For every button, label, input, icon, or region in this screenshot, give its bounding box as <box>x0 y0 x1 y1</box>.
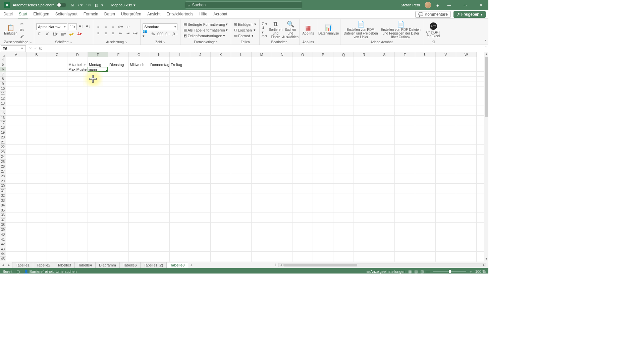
italic-icon[interactable]: K <box>44 31 50 37</box>
share-button[interactable]: ↗ Freigeben ▾ <box>453 11 486 18</box>
sheet-tab[interactable]: Tabelle6 <box>119 262 141 268</box>
zoom-in-icon[interactable]: ＋ <box>469 269 473 274</box>
page-break-view-icon[interactable]: ▥ <box>420 269 424 274</box>
row-header[interactable]: 35 <box>0 208 6 213</box>
thousands-icon[interactable]: 000 <box>157 31 163 37</box>
row-header[interactable]: 14 <box>0 106 6 111</box>
row-header[interactable]: 38 <box>0 223 6 228</box>
close-button[interactable]: ✕ <box>476 3 487 7</box>
cell-value[interactable]: Dienstag <box>109 62 124 67</box>
select-all-button[interactable] <box>0 52 6 57</box>
scroll-down-icon[interactable]: ▼ <box>484 257 488 262</box>
row-header[interactable]: 8 <box>0 77 6 82</box>
row-header[interactable]: 15 <box>0 111 6 116</box>
column-header[interactable]: P <box>313 52 333 57</box>
scroll-right-icon[interactable]: ▸ <box>482 263 486 266</box>
row-header[interactable]: 43 <box>0 247 6 252</box>
copy-icon[interactable]: ⧉▾ <box>19 27 25 33</box>
row-header[interactable]: 16 <box>0 116 6 121</box>
ribbon-tab-daten[interactable]: Daten <box>104 10 116 18</box>
row-header[interactable]: 18 <box>0 125 6 130</box>
comments-button[interactable]: 💬 Kommentare <box>415 11 451 18</box>
column-header[interactable]: J <box>190 52 211 57</box>
ribbon-tab-seitenlayout[interactable]: Seitenlayout <box>55 10 78 18</box>
column-header[interactable]: N <box>272 52 292 57</box>
column-header[interactable]: O <box>292 52 313 57</box>
column-header[interactable]: G <box>129 52 149 57</box>
cut-icon[interactable]: ✂ <box>19 21 25 27</box>
search-box[interactable]: ⌕ <box>185 1 302 9</box>
data-analysis-button[interactable]: 📊Datenanalyse <box>319 21 338 40</box>
undo-icon[interactable]: ↶▾ <box>78 3 83 7</box>
camera-icon[interactable]: ◧ <box>95 3 98 7</box>
qat-customize-icon[interactable]: ▾ <box>101 3 103 7</box>
row-header[interactable]: 21 <box>0 140 6 145</box>
column-header[interactable]: Q <box>333 52 354 57</box>
border-icon[interactable]: ▦▾ <box>60 31 66 37</box>
collapse-ribbon-icon[interactable]: ˅ <box>484 40 486 44</box>
sheet-nav-prev-icon[interactable]: ◂ <box>0 263 6 267</box>
avatar[interactable] <box>425 2 431 8</box>
sheet-tab[interactable]: Tabelle1 (2) <box>140 262 167 268</box>
increase-font-icon[interactable]: A↑ <box>78 23 84 29</box>
wrap-text-icon[interactable]: ↩ <box>125 24 131 29</box>
page-layout-view-icon[interactable]: ▤ <box>414 269 418 274</box>
maximize-button[interactable]: ▭ <box>460 3 471 7</box>
percent-icon[interactable]: % <box>150 31 156 37</box>
align-center-icon[interactable]: ≡ <box>103 31 109 36</box>
currency-icon[interactable]: 💶▾ <box>143 31 149 37</box>
ribbon-tab-überprüfen[interactable]: Überprüfen <box>120 10 142 18</box>
decrease-indent-icon[interactable]: ⇤ <box>117 31 123 36</box>
document-name[interactable]: Mappe3.xlsx ▾ <box>111 3 136 7</box>
ribbon-tab-einfügen[interactable]: Einfügen <box>33 10 50 18</box>
insert-function-icon[interactable]: fx <box>39 46 42 51</box>
zoom-slider[interactable] <box>433 271 466 272</box>
column-header[interactable]: L <box>231 52 252 57</box>
row-header[interactable]: 25 <box>0 160 6 165</box>
search-input[interactable] <box>192 3 299 7</box>
formula-input[interactable] <box>44 45 484 52</box>
user-name[interactable]: Stefan Petri <box>401 3 420 7</box>
cell-value[interactable]: Mitarbeiter <box>68 62 87 67</box>
cell-value[interactable]: Mittwoch <box>129 62 145 67</box>
row-header[interactable]: 44 <box>0 252 6 257</box>
horizontal-scroll-thumb[interactable] <box>283 264 357 266</box>
name-box-input[interactable] <box>1 47 19 51</box>
column-header[interactable]: E <box>88 52 108 57</box>
row-header[interactable]: 19 <box>0 130 6 135</box>
row-header[interactable]: 36 <box>0 213 6 218</box>
row-header[interactable]: 30 <box>0 184 6 189</box>
ribbon-tab-datei[interactable]: Datei <box>3 10 13 18</box>
column-header[interactable]: U <box>415 52 436 57</box>
row-header[interactable]: 23 <box>0 150 6 155</box>
paste-button[interactable]: 📋Einfügen <box>4 21 17 40</box>
sheet-tab[interactable]: Tabelle1 <box>12 262 33 268</box>
column-header[interactable]: B <box>26 52 47 57</box>
expand-formula-bar-icon[interactable]: ˅ <box>484 46 488 51</box>
format-as-table-button[interactable]: ▦ Als Tabelle formatieren ▾ <box>182 27 229 33</box>
dialog-launcher-icon[interactable]: ↘ <box>163 41 165 44</box>
row-header[interactable]: 22 <box>0 145 6 150</box>
chatgpt-button[interactable]: GPTChatGPT for Excel <box>425 21 441 40</box>
number-format-select[interactable]: Standard <box>143 23 177 30</box>
diamond-icon[interactable]: ◈ <box>436 3 439 7</box>
column-header[interactable]: S <box>374 52 395 57</box>
cell-value[interactable]: Freitag <box>170 62 183 67</box>
row-header[interactable]: 32 <box>0 193 6 198</box>
column-header[interactable]: W <box>456 52 477 57</box>
align-bottom-icon[interactable]: ≡ <box>110 24 116 29</box>
increase-indent-icon[interactable]: ⇥ <box>125 31 131 36</box>
cell-value[interactable]: Max Mustermann <box>68 67 98 72</box>
row-header[interactable]: 4 <box>0 57 6 62</box>
addins-button[interactable]: ▦Add-Ins <box>302 21 315 40</box>
row-header[interactable]: 7 <box>0 72 6 77</box>
row-header[interactable]: 9 <box>0 82 6 87</box>
horizontal-scrollbar[interactable]: ◂ ▸ <box>278 263 486 267</box>
cell-value[interactable]: Montag <box>88 62 102 67</box>
zoom-level[interactable]: 100 % <box>475 269 486 274</box>
row-header[interactable]: 29 <box>0 179 6 184</box>
format-painter-icon[interactable]: 🖌 <box>19 34 25 39</box>
column-header[interactable]: K <box>211 52 231 57</box>
redo-icon[interactable]: ↷▾ <box>86 3 91 7</box>
column-header[interactable]: V <box>436 52 456 57</box>
